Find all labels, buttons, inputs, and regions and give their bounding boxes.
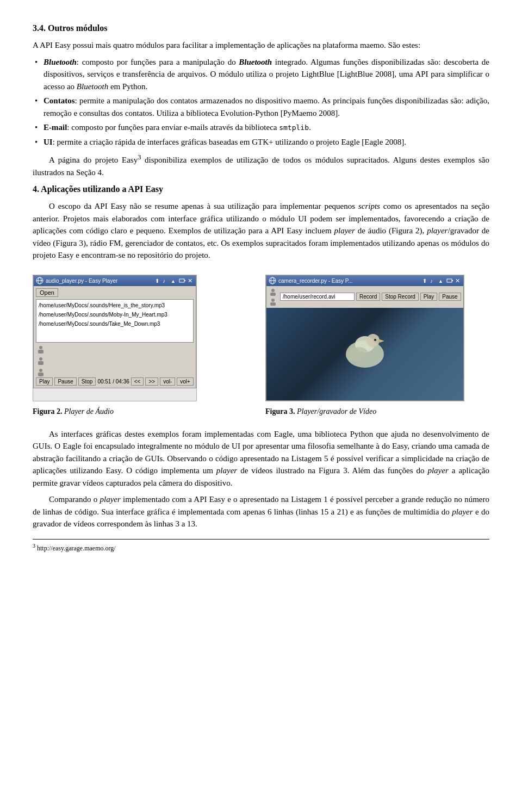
footnote-text: http://easy.garage.maemo.org/: [37, 544, 116, 552]
svg-text:▲: ▲: [171, 278, 176, 284]
svg-point-26: [271, 299, 275, 302]
audio-player-body: Open /home/user/MyDocs/.sounds/Here_is_t…: [34, 286, 196, 388]
footnote-number: 3: [33, 544, 35, 552]
pause-cam-button[interactable]: Pause: [439, 293, 461, 301]
record-button[interactable]: Record: [356, 293, 380, 301]
person-icon-3: [36, 368, 46, 377]
camera-recorder: camera_recorder.py - Easy P... ⬆ ♪ ▲ ✕: [266, 275, 464, 401]
list-item-bluetooth: Bluetooth: composto por funções para a m…: [33, 56, 489, 93]
close-icon-2[interactable]: ✕: [455, 277, 461, 284]
audio-player-title: audio_player.py - Easy Player: [46, 277, 117, 285]
time-display: 00:51 / 04:36: [97, 377, 129, 386]
sidebar-icons: [36, 345, 46, 377]
svg-marker-31: [380, 339, 384, 343]
path-input[interactable]: [280, 293, 355, 301]
play-button[interactable]: Play: [36, 377, 53, 386]
svg-rect-25: [270, 293, 276, 296]
section-3-4-heading: 3.4. Outros módulos: [33, 22, 489, 35]
list-item-email: E-mail: composto por funções para enviar…: [33, 121, 489, 134]
svg-text:⬆: ⬆: [422, 278, 427, 284]
svg-point-24: [271, 289, 275, 292]
camera-video-content: [266, 308, 463, 400]
section-4-para2: As interfaces gráficas destes exemplos f…: [33, 428, 489, 489]
svg-rect-6: [179, 279, 184, 282]
svg-rect-7: [184, 280, 185, 281]
sound-icon-2: ♪: [430, 277, 437, 284]
figure-3-caption: Figura 3. Player/gravador de Vídeo: [265, 406, 376, 417]
vol-down-button[interactable]: vol-: [160, 377, 175, 386]
list-item-contatos: Contatos: permite a manipulação dos cont…: [33, 95, 489, 119]
cam-sidebar-icons: [269, 288, 277, 306]
svg-rect-10: [38, 350, 44, 354]
stop-record-button[interactable]: Stop Record: [382, 293, 419, 301]
figure-2-wrapper: audio_player.py - Easy Player ⬆ ♪ ▲ ✕ Op…: [33, 275, 257, 417]
pause-button[interactable]: Pause: [54, 377, 76, 386]
svg-text:⬆: ⬆: [155, 278, 159, 284]
svg-point-9: [39, 346, 42, 349]
audio-player-titlebar: audio_player.py - Easy Player ⬆ ♪ ▲ ✕: [34, 276, 196, 286]
svg-point-13: [39, 369, 42, 372]
camera-recorder-title: camera_recorder.py - Easy P...: [278, 277, 353, 285]
cam-person-icon-1: [269, 288, 277, 296]
audio-player: audio_player.py - Easy Player ⬆ ♪ ▲ ✕ Op…: [33, 275, 196, 388]
wifi-icon-2: ▲: [438, 277, 445, 284]
person-icon-2: [36, 356, 46, 366]
figure-3-box: camera_recorder.py - Easy P... ⬆ ♪ ▲ ✕: [265, 275, 464, 401]
section-4-para3: Comparando o player implementado com a A…: [33, 493, 489, 530]
forward-button[interactable]: >>: [145, 377, 158, 386]
stop-button[interactable]: Stop: [78, 377, 96, 386]
svg-rect-27: [270, 302, 276, 306]
figure-3-wrapper: camera_recorder.py - Easy P... ⬆ ♪ ▲ ✕: [265, 275, 489, 417]
camera-recorder-titlebar: camera_recorder.py - Easy P... ⬆ ♪ ▲ ✕: [266, 276, 463, 286]
battery-icon: [179, 277, 185, 284]
list-item-ui: UI: permite a criação rápida de interfac…: [33, 136, 489, 148]
rewind-button[interactable]: <<: [131, 377, 144, 386]
svg-rect-14: [38, 373, 44, 376]
section-4-heading: 4. Aplicações utilizando a API Easy: [33, 183, 489, 196]
open-button[interactable]: Open: [36, 288, 58, 297]
person-icon-1: [36, 345, 46, 355]
sound-icon: ♪: [163, 277, 169, 284]
video-content-svg: [316, 311, 414, 398]
file-item-3[interactable]: /home/user/MyDocs/.sounds/Take_Me_Down.m…: [38, 319, 192, 328]
play-cam-button[interactable]: Play: [420, 293, 437, 301]
footnote: 3 http://easy.garage.maemo.org/: [33, 539, 489, 553]
figures-row: audio_player.py - Easy Player ⬆ ♪ ▲ ✕ Op…: [33, 275, 489, 417]
file-item-1[interactable]: /home/user/MyDocs/.sounds/Here_is_the_st…: [38, 301, 192, 310]
player-controls: Play Pause Stop 00:51 / 04:36 << >> vol-…: [36, 377, 194, 386]
figure-2-caption: Figura 2. Player de Áudio: [33, 406, 114, 417]
svg-point-11: [39, 357, 42, 361]
file-item-2[interactable]: /home/user/MyDocs/.sounds/Moby-In_My_Hea…: [38, 310, 192, 319]
svg-rect-21: [447, 279, 452, 282]
figure-2-box: audio_player.py - Easy Player ⬆ ♪ ▲ ✕ Op…: [33, 275, 197, 401]
svg-point-32: [374, 339, 376, 341]
svg-rect-22: [452, 280, 453, 281]
close-icon[interactable]: ✕: [187, 277, 194, 284]
svg-text:▲: ▲: [438, 278, 443, 284]
vol-up-button[interactable]: vol+: [177, 377, 194, 386]
svg-text:✕: ✕: [455, 277, 460, 284]
svg-text:♪: ♪: [430, 278, 433, 284]
section-4-para1: O escopo da API Easy não se resume apena…: [33, 200, 489, 262]
svg-rect-12: [38, 361, 44, 365]
camera-video-area: [266, 308, 463, 400]
wifi-icon: ▲: [171, 277, 177, 284]
svg-point-30: [366, 334, 380, 347]
cam-person-icon-2: [269, 297, 277, 306]
svg-text:✕: ✕: [188, 277, 192, 284]
svg-text:♪: ♪: [163, 278, 165, 284]
bluetooth-icon: ⬆: [154, 277, 161, 284]
globe-icon-2: [269, 277, 276, 284]
bt-icon-2: ⬆: [422, 277, 428, 284]
section-3-4-para2: A página do projeto Easy3 disponibiliza …: [33, 152, 489, 178]
camera-controls-row: Record Stop Record Play Pause: [266, 286, 463, 308]
bullet-list: Bluetooth: composto por funções para a m…: [33, 56, 489, 148]
file-list: /home/user/MyDocs/.sounds/Here_is_the_st…: [36, 299, 194, 343]
section-3-4-para1: A API Easy possui mais quatro módulos pa…: [33, 39, 489, 52]
globe-icon: [36, 277, 44, 284]
battery-icon-2: [446, 277, 453, 284]
